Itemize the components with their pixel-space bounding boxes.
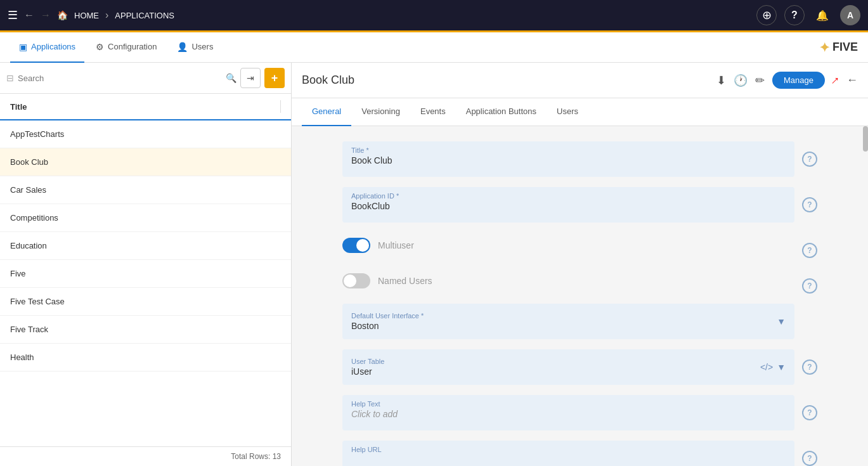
home-label[interactable]: HOME (74, 11, 99, 20)
filter-icon[interactable]: ⊟ (6, 73, 14, 83)
scrollbar-track[interactable] (863, 126, 868, 466)
help-text-placeholder: Click to add (351, 409, 786, 419)
left-panel: ⊟ 🔍 ⇥ + Title AppTestCharts Book Club Ca… (0, 63, 292, 466)
forward-nav-icon[interactable]: → (41, 10, 51, 21)
app-id-field-value: BookClub (351, 201, 786, 211)
help-text-row: Help Text Click to add ? (342, 395, 817, 430)
annotation-arrow: ↑ (828, 73, 843, 87)
dropdown-arrow-icon: ▼ (777, 316, 786, 327)
content-tab-app-buttons[interactable]: Application Buttons (456, 98, 547, 126)
multiuser-row: Multiuser ? (342, 233, 817, 258)
named-users-toggle[interactable] (342, 273, 370, 288)
named-users-label: Named Users (378, 276, 432, 286)
tab-applications[interactable]: ▣ Applications (10, 32, 84, 63)
tab-versioning-label: Versioning (361, 107, 400, 116)
multiuser-toggle[interactable] (342, 238, 370, 253)
list-item[interactable]: Five Track (0, 316, 291, 344)
back-icon[interactable]: ← (846, 74, 858, 87)
default-ui-row: Default User Interface * Boston ▼ (342, 304, 817, 339)
search-input[interactable] (18, 74, 222, 83)
dropdown-arrow-icon: ▼ (777, 362, 786, 372)
hamburger-menu-icon[interactable]: ☰ (8, 8, 18, 22)
named-users-row: Named Users ? (342, 268, 817, 294)
title-help-icon[interactable]: ? (802, 152, 817, 167)
content-tabs: General Versioning Events Application Bu… (292, 98, 868, 126)
multiuser-toggle-group: Multiuser (342, 238, 794, 253)
notification-icon[interactable]: 🔔 (812, 5, 832, 25)
right-panel: Book Club ⬇ 🕐 ✏ Manage ↑ ← General Versi… (292, 63, 868, 466)
help-url-field[interactable]: Help URL (342, 441, 794, 466)
list-items: AppTestCharts Book Club Car Sales Compet… (0, 120, 291, 446)
user-table-value: iUser (351, 366, 760, 377)
code-icon[interactable]: </> (760, 362, 773, 372)
current-nav-label: APPLICATIONS (115, 11, 174, 20)
users-tab-icon: 👤 (177, 42, 188, 52)
help-text-label: Help Text (351, 400, 786, 408)
default-ui-content: Default User Interface * Boston (351, 312, 777, 331)
help-url-label: Help URL (351, 446, 786, 453)
tab-users-label: Users (191, 42, 213, 51)
avatar[interactable]: A (840, 5, 860, 25)
user-table-field[interactable]: User Table iUser </> ▼ (342, 349, 794, 385)
toggle-knob (356, 239, 369, 252)
total-rows-label: Total Rows: 13 (231, 452, 281, 461)
app-id-help-icon[interactable]: ? (802, 197, 817, 212)
content-tab-users[interactable]: Users (547, 98, 588, 126)
named-users-help-icon[interactable]: ? (802, 278, 817, 294)
support-icon[interactable]: ⊕ (756, 5, 777, 25)
tab-configuration[interactable]: ⚙ Configuration (87, 32, 165, 63)
manage-button[interactable]: Manage (772, 72, 825, 89)
default-ui-field[interactable]: Default User Interface * Boston ▼ (342, 304, 794, 339)
five-star-icon: ✦ (819, 40, 830, 55)
default-ui-label: Default User Interface * (351, 312, 777, 320)
list-item[interactable]: Book Club (0, 148, 291, 176)
search-bar: ⊟ 🔍 ⇥ + (0, 63, 291, 94)
title-field-value: Book Club (351, 155, 786, 165)
title-field-row: Title * Book Club ? (342, 141, 817, 177)
named-users-toggle-group: Named Users (342, 273, 794, 288)
toggle-knob (344, 275, 356, 287)
list-item[interactable]: Competitions (0, 204, 291, 232)
edit-icon[interactable]: ✏ (755, 74, 765, 87)
list-item[interactable]: Five (0, 260, 291, 288)
user-table-content: User Table iUser (351, 358, 760, 377)
import-button[interactable]: ⇥ (240, 68, 261, 88)
list-item[interactable]: Education (0, 232, 291, 260)
scrollbar-thumb[interactable] (863, 126, 868, 152)
right-panel-title: Book Club (302, 74, 354, 87)
history-icon[interactable]: 🕐 (734, 74, 748, 87)
title-field[interactable]: Title * Book Club (342, 141, 794, 177)
title-field-label: Title * (351, 146, 786, 154)
download-icon[interactable]: ⬇ (716, 74, 726, 87)
tab-events-label: Events (420, 107, 446, 116)
tab-general-label: General (312, 107, 341, 116)
top-bar: ☰ ← → 🏠 HOME › APPLICATIONS ⊕ ? 🔔 A (0, 0, 868, 30)
form-area: Title * Book Club ? Application ID * Boo… (292, 126, 868, 466)
list-item[interactable]: Car Sales (0, 176, 291, 204)
list-item[interactable]: AppTestCharts (0, 120, 291, 148)
add-button[interactable]: + (264, 68, 285, 88)
tab-users-label: Users (557, 107, 578, 116)
help-url-help-icon[interactable]: ? (802, 451, 817, 466)
help-icon[interactable]: ? (784, 5, 805, 25)
help-text-help-icon[interactable]: ? (802, 405, 817, 420)
user-table-help-icon[interactable]: ? (802, 359, 817, 375)
list-header: Title (0, 94, 291, 120)
list-header-title: Title (10, 102, 27, 112)
user-table-icons: </> ▼ (760, 362, 786, 372)
multiuser-help-icon[interactable]: ? (802, 243, 817, 258)
configuration-tab-icon: ⚙ (96, 42, 104, 52)
app-id-field[interactable]: Application ID * BookClub (342, 187, 794, 223)
content-tab-versioning[interactable]: Versioning (351, 98, 410, 126)
tab-users[interactable]: 👤 Users (168, 32, 222, 63)
list-item[interactable]: Five Test Case (0, 288, 291, 316)
help-text-field[interactable]: Help Text Click to add (342, 395, 794, 430)
search-icon[interactable]: 🔍 (226, 73, 236, 83)
tab-app-buttons-label: Application Buttons (466, 107, 536, 116)
back-nav-icon[interactable]: ← (24, 10, 34, 21)
list-item[interactable]: Health (0, 344, 291, 372)
content-tab-general[interactable]: General (302, 98, 351, 126)
help-url-row: Help URL ? (342, 441, 817, 466)
content-tab-events[interactable]: Events (410, 98, 456, 126)
main-layout: ⊟ 🔍 ⇥ + Title AppTestCharts Book Club Ca… (0, 63, 868, 466)
